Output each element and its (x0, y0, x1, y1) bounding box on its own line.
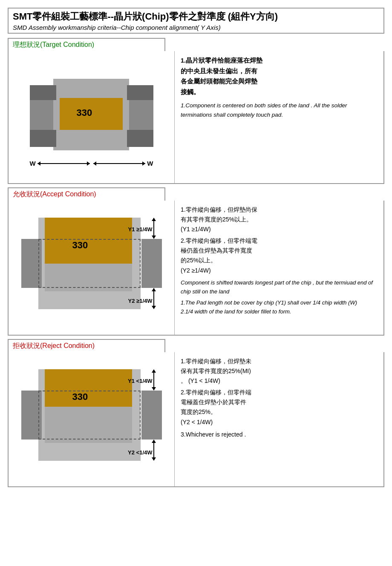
rej-y1-arrow-line (153, 373, 154, 387)
reject-desc-english: 3.Whichever is rejected . (181, 430, 378, 440)
accept-label: 允收狀況(Accept Condition) (8, 187, 165, 201)
rej-pad-right (141, 391, 162, 440)
target-pad-left-dark2 (30, 130, 56, 147)
acc-dotted-top (38, 239, 141, 288)
y2-arrow-head (152, 288, 156, 291)
y1-arrow-head (152, 218, 156, 221)
arrow-right-line (93, 163, 146, 164)
target-pad-right-dark2 (127, 130, 153, 147)
reject-description: 1.零件縱向偏移，但焊墊未 保有其零件寬度的25%(MI) 。 (Y1 < 1/… (175, 352, 383, 444)
reject-section: 拒收狀況(Reject Condition) 330 (8, 339, 384, 487)
accept-desc-english: Component is shifted towards longest par… (181, 278, 378, 316)
acc-chip-label: 330 (72, 240, 88, 251)
rej-y2-arrow-line (153, 443, 154, 457)
arrow-left-tail (87, 161, 90, 166)
y2-arrow-line (153, 291, 154, 306)
w-label-left: W (30, 160, 36, 167)
target-section: 理想狀況(Target Condition) 330 (8, 38, 384, 184)
reject-content: 330 Y1 <1/4W Y2 <1/4W 1.零件縱向偏移 (8, 352, 384, 487)
page-title: SMT零件組裝工藝標準--晶片狀(Chip)零件之對準度 (組件Y方向) (13, 10, 379, 23)
accept-diagram: 330 Y1 ≥1/4W Y2 ≥1/4W (9, 201, 175, 335)
target-diagram: 330 W (9, 51, 175, 183)
rej-y1-label: Y1 <1/4W (128, 378, 152, 384)
target-chip-assembly: 330 W (30, 55, 153, 179)
accept-content: 330 Y1 ≥1/4W Y2 ≥1/4W 1.零件縱向偏移 (8, 201, 384, 336)
rej-y2-label: Y2 <1/4W (128, 449, 152, 456)
y1-arrow-tail (152, 236, 156, 239)
target-desc-chinese: 1.晶片狀零件恰能座落在焊墊 的中央且未發生偏出，所有 各金屬封頭都能完全與焊墊… (181, 55, 378, 98)
arrow-right-head (93, 161, 96, 166)
rej-y1-arrow-tail (152, 387, 156, 391)
accept-chip-assembly: 330 Y1 ≥1/4W Y2 ≥1/4W (21, 205, 162, 330)
accept-description: 1.零件縱向偏移，但焊墊尚保 有其零件寬度的25%以上。 (Y1 ≥1/4W) … (175, 201, 383, 320)
reject-chip-assembly: 330 Y1 <1/4W Y2 <1/4W (21, 356, 162, 482)
arrow-left-head (37, 161, 40, 166)
acc-pad-right (141, 239, 162, 288)
header-box: SMT零件組裝工藝標準--晶片狀(Chip)零件之對準度 (組件Y方向) SMD… (8, 8, 384, 34)
target-description: 1.晶片狀零件恰能座落在焊墊 的中央且未發生偏出，所有 各金屬封頭都能完全與焊墊… (175, 51, 383, 124)
y1-label: Y1 ≥1/4W (128, 226, 153, 233)
rej-y2-arrow-head (152, 440, 156, 443)
y1-arrow-line (153, 221, 154, 236)
rej-y2-arrow-tail (152, 457, 156, 461)
accept-desc-chinese: 1.零件縱向偏移，但焊墊尚保 有其零件寬度的25%以上。 (Y1 ≥1/4W) … (181, 205, 378, 276)
arrow-left-line (37, 163, 90, 164)
reject-label: 拒收狀況(Reject Condition) (8, 339, 165, 352)
target-chip-label: 330 (77, 107, 92, 118)
rej-y1-arrow-head (152, 369, 156, 373)
rej-chip-label: 330 (72, 391, 88, 402)
w-arrows-row: W W (30, 160, 153, 167)
arrow-right-tail (142, 161, 145, 166)
target-pad-left-dark (30, 85, 56, 100)
accept-section: 允收狀況(Accept Condition) 330 (8, 187, 384, 336)
reject-diagram: 330 Y1 <1/4W Y2 <1/4W (9, 352, 175, 486)
y2-label: Y2 ≥1/4W (128, 298, 153, 304)
w-label-right: W (147, 160, 153, 167)
target-content: 330 W (8, 51, 384, 184)
y2-arrow-tail (152, 306, 156, 309)
rej-dotted (38, 391, 141, 440)
target-label: 理想狀況(Target Condition) (8, 38, 165, 51)
page-subtitle: SMD Assembly workmanship criteria--Chip … (13, 24, 379, 31)
target-pad-right-dark (127, 85, 153, 100)
target-desc-english: 1.Component is centered on both sides of… (181, 101, 378, 120)
reject-desc-chinese: 1.零件縱向偏移，但焊墊未 保有其零件寬度的25%(MI) 。 (Y1 < 1/… (181, 356, 378, 427)
